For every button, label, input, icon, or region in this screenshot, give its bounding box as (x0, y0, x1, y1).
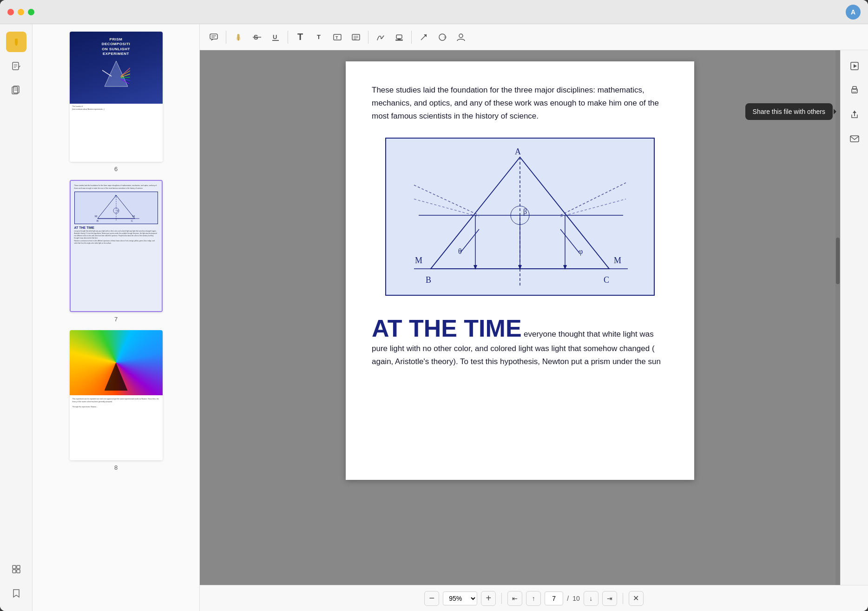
text-large-icon: T (297, 32, 303, 42)
close-bar-button[interactable]: ✕ (629, 591, 644, 606)
list-tool-button[interactable] (348, 29, 364, 46)
svg-rect-14 (17, 570, 20, 573)
svg-text:β: β (523, 207, 527, 216)
shapes-tool-button[interactable] (434, 29, 451, 46)
close-window-button[interactable] (7, 9, 14, 15)
fullscreen-window-button[interactable] (28, 9, 34, 15)
svg-text:A: A (515, 147, 521, 156)
svg-marker-83 (854, 64, 857, 68)
svg-text:U: U (273, 33, 277, 40)
thumb-label-6: 6 (114, 166, 118, 173)
left-sidebar (0, 24, 33, 611)
svg-text:M: M (132, 215, 135, 218)
pen-tool-button[interactable] (230, 29, 247, 46)
svg-text:M: M (415, 256, 422, 265)
thumbnail-panel: PRISMDECOMPOSITION SUNLIGHTEXPERIMENT (33, 24, 200, 611)
shapes-icon (438, 33, 447, 42)
thumb-card-7[interactable]: These studies laid the foundation for th… (70, 180, 163, 312)
svg-text:β: β (117, 209, 118, 212)
toolbar: S U T T (200, 24, 868, 50)
sidebar-item-annotation[interactable] (6, 56, 26, 76)
separator-1 (226, 31, 226, 44)
sidebar-item-highlight[interactable] (6, 32, 26, 52)
bookmark-icon (11, 588, 21, 598)
zoom-out-button[interactable]: − (424, 591, 439, 606)
app-window: A (0, 0, 868, 611)
user-tool-button[interactable] (453, 29, 469, 46)
first-page-icon: ⇤ (512, 595, 518, 602)
total-pages: 10 (572, 595, 580, 602)
grid-icon (11, 564, 21, 574)
mail-button[interactable] (844, 128, 865, 149)
svg-text:A: A (115, 194, 117, 197)
svg-line-68 (414, 185, 479, 215)
svg-text:C: C (604, 275, 609, 285)
share-icon (849, 109, 860, 120)
zoom-in-icon: + (486, 593, 491, 604)
thumb-card-6[interactable]: PRISMDECOMPOSITION SUNLIGHTEXPERIMENT (70, 32, 163, 162)
textbox-icon: T (333, 33, 342, 42)
next-page-icon: ↓ (589, 595, 592, 602)
underline-tool-button[interactable]: U (267, 29, 284, 46)
at-the-time-heading: AT THE TIME (372, 315, 522, 342)
svg-text:T: T (335, 35, 338, 40)
sidebar-item-grid[interactable] (6, 559, 26, 579)
pen-icon (234, 33, 243, 42)
svg-text:M: M (95, 215, 97, 218)
thumb-label-8: 8 (114, 464, 118, 471)
svg-line-16 (102, 70, 112, 76)
bottom-bar: − 95% 75% 100% 125% 150% + ⇤ (200, 585, 868, 611)
svg-text:φ: φ (579, 247, 583, 256)
sidebar-item-bookmark[interactable] (6, 583, 26, 604)
svg-text:M: M (614, 256, 621, 265)
sidebar-item-pages[interactable] (6, 80, 26, 100)
comment-tool-button[interactable] (205, 29, 222, 46)
thumbnail-item-8: This experiment can be repeated over and… (40, 330, 192, 471)
page6-title: PRISMDECOMPOSITION SUNLIGHTEXPERIMENT (102, 37, 131, 57)
share-button[interactable] (844, 104, 865, 125)
print-icon (849, 85, 860, 95)
pdf-viewport[interactable]: These studies laid the foundation for th… (200, 50, 840, 585)
signature-icon (376, 33, 385, 42)
next-page-button[interactable]: ↓ (584, 591, 598, 606)
current-page-input[interactable] (545, 591, 563, 605)
arrow-icon (419, 33, 428, 42)
zoom-select[interactable]: 95% 75% 100% 125% 150% (443, 591, 477, 605)
pages-icon (11, 85, 21, 95)
pdf-body-text: These studies laid the foundation for th… (372, 84, 668, 123)
export-button[interactable] (844, 56, 865, 76)
annotation-icon (11, 61, 21, 71)
separator-2 (288, 31, 288, 44)
svg-text:C: C (131, 219, 133, 222)
avatar[interactable]: A (846, 5, 861, 20)
print-button[interactable] (844, 80, 865, 100)
svg-text:B: B (426, 275, 431, 285)
svg-marker-88 (853, 111, 856, 113)
pdf-page: These studies laid the foundation for th… (346, 61, 694, 480)
traffic-lights (7, 9, 34, 15)
underline-icon: U (271, 33, 280, 42)
first-page-button[interactable]: ⇤ (507, 591, 522, 606)
stamp-tool-button[interactable] (391, 29, 408, 46)
pdf-scrollbar[interactable] (835, 50, 840, 585)
separator-4 (411, 31, 412, 44)
textbox-tool-button[interactable]: T (329, 29, 346, 46)
svg-rect-38 (237, 34, 240, 40)
text-large-tool-button[interactable]: T (292, 29, 309, 46)
title-bar: A (0, 0, 868, 24)
text-small-tool-button[interactable]: T (310, 29, 327, 46)
svg-text:B: B (97, 219, 99, 222)
strikethrough-tool-button[interactable]: S (249, 29, 265, 46)
last-page-button[interactable]: ⇥ (602, 591, 617, 606)
signature-tool-button[interactable] (372, 29, 389, 46)
svg-point-57 (459, 34, 463, 38)
minimize-window-button[interactable] (18, 9, 24, 15)
thumb-card-8[interactable]: This experiment can be repeated over and… (70, 330, 163, 460)
pdf-scrollbar-thumb[interactable] (836, 238, 840, 284)
list-icon (351, 33, 361, 42)
comment-icon (209, 33, 218, 42)
prev-page-button[interactable]: ↑ (526, 591, 541, 606)
page-display: / 10 (545, 591, 579, 605)
arrow-tool-button[interactable] (415, 29, 432, 46)
zoom-in-button[interactable]: + (481, 591, 496, 606)
